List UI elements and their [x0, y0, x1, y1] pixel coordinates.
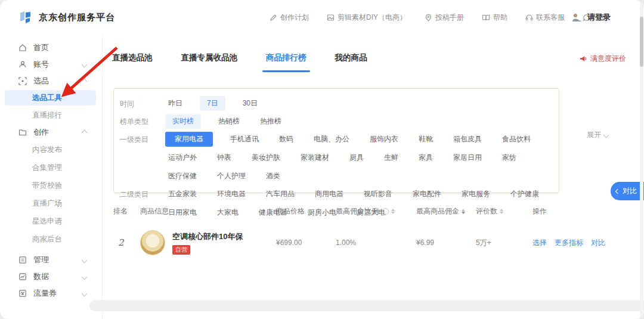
- rank-type-hot-push[interactable]: 热推榜: [257, 114, 284, 129]
- tab-live-pool[interactable]: 直播选品池: [112, 52, 153, 72]
- sidebar-item-selection[interactable]: 选品: [0, 73, 102, 89]
- more-metrics-link[interactable]: 更多指标: [555, 238, 583, 248]
- col-review-count[interactable]: 评价数: [476, 206, 532, 216]
- category-chip[interactable]: 钟表: [214, 150, 234, 165]
- subcategory-chip[interactable]: 视听影音: [361, 187, 395, 202]
- category-chip[interactable]: 家居日用: [450, 150, 485, 165]
- subcategory-chip[interactable]: 个护健康: [507, 187, 542, 202]
- chevron-down-icon: [82, 61, 88, 67]
- category-chip[interactable]: 箱包皮具: [450, 132, 485, 147]
- category-chip[interactable]: 电脑、办公: [311, 132, 352, 147]
- category-chip[interactable]: 家装建材: [298, 150, 332, 165]
- subcategory-chip[interactable]: 家电配件: [410, 187, 444, 202]
- col-max-commission-rate[interactable]: 最高佣金比例: [336, 206, 416, 216]
- sidebar: 首页 账号 选品 选品工具: [0, 35, 103, 319]
- category-chip[interactable]: 厨具: [346, 150, 367, 165]
- category-chip[interactable]: 运动户外: [165, 150, 200, 165]
- login-button[interactable]: 请登录: [571, 0, 611, 35]
- sidebar-item-xingxuan-apply[interactable]: 星选申请: [0, 212, 102, 230]
- filter-label-time: 时间: [120, 96, 165, 109]
- platform-logo[interactable]: 京东创作服务平台: [18, 10, 115, 25]
- chevron-up-icon: [82, 129, 88, 135]
- sidebar-item-live-rank[interactable]: 直播排行: [0, 106, 102, 124]
- col-price[interactable]: 商品价格: [276, 206, 336, 216]
- subcategory-chip[interactable]: 五金家装: [165, 187, 200, 202]
- rank-value: 2: [113, 237, 140, 248]
- category-chip[interactable]: 医疗保健: [165, 169, 200, 184]
- sort-icon[interactable]: [500, 209, 503, 215]
- tab-product-ranking[interactable]: 商品排行榜: [266, 52, 306, 72]
- category-chip[interactable]: 个人护理: [214, 169, 249, 184]
- app-window: 京东创作服务平台 创作计划 剪辑素材DIY（电商）: [0, 0, 644, 319]
- sidebar-item-creation[interactable]: 创作: [0, 124, 102, 141]
- satisfaction-survey-link[interactable]: 满意度评价: [580, 54, 626, 64]
- nav-help[interactable]: 帮助: [482, 13, 507, 23]
- user-icon: [18, 60, 27, 69]
- vertical-scrollbar-thumb[interactable]: [640, 17, 643, 67]
- chevron-down-icon: [603, 132, 609, 138]
- info-icon[interactable]: [382, 208, 389, 215]
- folder-icon: [18, 128, 27, 137]
- product-name[interactable]: 空调核心部件10年保: [172, 231, 243, 242]
- sidebar-item-traffic-coupon[interactable]: 流量券: [0, 285, 102, 302]
- sort-icon[interactable]: [462, 209, 465, 215]
- category-chip[interactable]: 家具: [416, 150, 436, 165]
- product-image[interactable]: [140, 230, 165, 255]
- jd-creator-logo-icon: [18, 10, 33, 25]
- subcategory-chip[interactable]: 汽车用品: [263, 187, 298, 202]
- sidebar-item-daihuo-check[interactable]: 带货校验: [0, 176, 102, 194]
- filter-label-rank-type: 榜单类型: [120, 114, 165, 127]
- subcategory-chip[interactable]: 家电服务: [459, 187, 493, 202]
- subcategory-chip[interactable]: 商用电器: [312, 187, 346, 202]
- col-max-commission[interactable]: 最高商品佣金: [416, 206, 476, 216]
- category-chip[interactable]: 家用电器: [165, 132, 213, 147]
- tab-live-exclusive-pool[interactable]: 直播专属收品池: [181, 52, 238, 72]
- sidebar-item-account[interactable]: 账号: [0, 56, 102, 73]
- nav-material-diy[interactable]: 剪辑素材DIY（电商）: [327, 13, 407, 23]
- tab-my-products[interactable]: 我的商品: [335, 52, 367, 72]
- col-actions: 操作: [532, 206, 611, 216]
- sidebar-item-content-publish[interactable]: 内容发布: [0, 141, 102, 159]
- nav-handbook[interactable]: 投稿手册: [425, 13, 464, 23]
- sidebar-item-collection-manage[interactable]: 合集管理: [0, 159, 102, 176]
- sidebar-item-merchant-console[interactable]: 商家后台: [0, 230, 102, 248]
- chevron-up-icon: [82, 78, 88, 84]
- time-option-30d[interactable]: 30日: [240, 96, 261, 111]
- sidebar-item-live-square[interactable]: 直播广场: [0, 194, 102, 212]
- compare-link[interactable]: 对比: [591, 238, 605, 248]
- category-chip[interactable]: 食品饮料: [499, 132, 534, 147]
- subcategory-chip[interactable]: 环境电器: [214, 187, 249, 202]
- sort-icon[interactable]: [307, 209, 311, 215]
- expand-categories-link[interactable]: 展开: [587, 130, 608, 140]
- category-chip[interactable]: 生鲜: [381, 150, 401, 165]
- commission-rate-value: 1.00%: [336, 239, 416, 247]
- chevron-left-icon: [615, 188, 620, 193]
- sidebar-item-data[interactable]: 数据: [0, 268, 102, 285]
- time-option-7d[interactable]: 7日: [200, 96, 225, 111]
- sidebar-item-home[interactable]: 首页: [0, 39, 102, 56]
- category-chip[interactable]: 鞋靴: [416, 132, 436, 147]
- category-chip[interactable]: 美妆护肤: [249, 150, 283, 165]
- table-row: 2 空调核心部件10年保 自营 ¥699.00 1.00% ¥6.99 5万+ …: [113, 223, 611, 262]
- category-chip[interactable]: 家纺: [499, 150, 519, 165]
- col-product-info: 商品信息: [140, 206, 276, 216]
- nav-create-plan[interactable]: 创作计划: [270, 13, 309, 23]
- compare-drawer-tab[interactable]: 对比: [611, 182, 644, 200]
- select-link[interactable]: 选择: [532, 238, 547, 248]
- table-header: 排名 商品信息 商品价格 最高佣金比例 最高商品佣金 评价数 操作: [113, 206, 611, 216]
- sort-icon[interactable]: [391, 209, 395, 215]
- category-chip[interactable]: 数码: [276, 132, 296, 147]
- category-chip[interactable]: 手机通讯: [227, 132, 262, 147]
- rank-type-hot-sale[interactable]: 热销榜: [215, 114, 243, 129]
- grid-settings-icon: [18, 256, 27, 264]
- sidebar-item-selection-tool[interactable]: 选品工具: [5, 90, 96, 106]
- rank-type-realtime[interactable]: 实时榜: [165, 114, 201, 129]
- category-chip[interactable]: 服饰内衣: [367, 132, 401, 147]
- time-option-yesterday[interactable]: 昨日: [165, 96, 185, 111]
- home-icon: [18, 44, 27, 52]
- book-icon: [482, 14, 490, 21]
- category-chip[interactable]: 酒类: [263, 169, 283, 184]
- nav-contact-support[interactable]: 联系客服: [525, 13, 565, 23]
- sidebar-item-manage[interactable]: 管理: [0, 252, 102, 268]
- self-operated-badge: 自营: [172, 245, 190, 255]
